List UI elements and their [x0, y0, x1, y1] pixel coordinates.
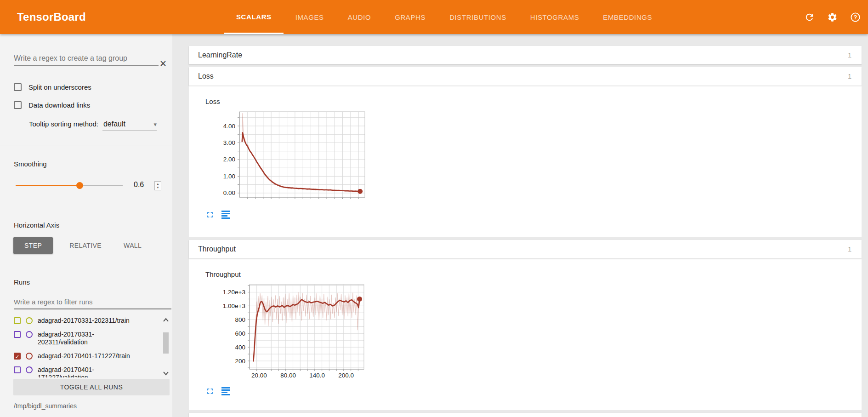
main-panel: LearningRate 1 Loss 1 Loss 0.001.002.003… — [172, 34, 868, 417]
tab-images[interactable]: IMAGES — [284, 0, 336, 34]
run-row[interactable]: ✓ adagrad-20170401-171227/train — [14, 351, 172, 360]
svg-text:200: 200 — [235, 358, 245, 365]
chart-menu-bars-icon[interactable] — [221, 387, 231, 396]
section-header-learningrate[interactable]: LearningRate 1 — [189, 46, 862, 64]
split-underscores-checkbox[interactable] — [14, 83, 22, 91]
data-download-checkbox[interactable] — [14, 101, 22, 109]
svg-text:80.00: 80.00 — [280, 372, 296, 379]
section-count: 1 — [848, 73, 851, 80]
svg-text:1.20e+3: 1.20e+3 — [223, 289, 245, 296]
loss-chart[interactable]: 0.001.002.003.004.00 — [216, 109, 862, 206]
runs-scrollbar[interactable] — [162, 316, 170, 377]
run-checkbox-checked[interactable]: ✓ — [14, 353, 21, 360]
tab-embeddings[interactable]: EMBEDDINGS — [591, 0, 664, 34]
app-header: TensorBoard SCALARS IMAGES AUDIO GRAPHS … — [0, 0, 868, 34]
run-checkbox[interactable] — [14, 331, 21, 338]
run-row-partial[interactable]: adagrad-20170401-171227/validation — [14, 365, 172, 377]
runs-label: Runs — [14, 278, 172, 286]
run-color-circle[interactable] — [26, 331, 33, 338]
svg-text:600: 600 — [235, 330, 245, 337]
run-row[interactable]: adagrad-20170331-202311/validation — [14, 330, 172, 346]
smoothing-value-input[interactable] — [133, 180, 152, 191]
axis-wall-button[interactable]: WALL — [113, 237, 153, 254]
svg-text:3.00: 3.00 — [223, 139, 235, 146]
tab-histograms[interactable]: HISTOGRAMS — [518, 0, 591, 34]
section-content-loss: Loss 0.001.002.003.004.00 — [189, 86, 862, 237]
help-icon[interactable]: ? — [850, 12, 861, 23]
sidebar: ✕ Split on underscores Data download lin… — [0, 34, 172, 417]
svg-text:1.00e+3: 1.00e+3 — [223, 303, 245, 309]
section-title: LearningRate — [198, 51, 242, 59]
run-color-circle[interactable] — [26, 317, 33, 324]
svg-text:20.00: 20.00 — [251, 372, 267, 379]
section-title: Loss — [198, 72, 214, 80]
runs-filter-row — [14, 296, 171, 309]
svg-text:200.0: 200.0 — [338, 372, 354, 379]
data-download-row[interactable]: Data download links — [14, 101, 172, 109]
run-label: adagrad-20170331-202311/train — [38, 317, 130, 325]
section-content-throughput: Throughput 2004006008001.00e+31.20e+320.… — [189, 258, 862, 410]
horizontal-axis-buttons: STEP RELATIVE WALL — [13, 237, 172, 254]
refresh-icon[interactable] — [804, 12, 815, 23]
svg-text:2.00: 2.00 — [223, 156, 235, 163]
chart-toolbar — [205, 210, 862, 219]
divider — [0, 145, 172, 145]
chevron-down-icon: ▾ — [153, 121, 157, 128]
smoothing-label: Smoothing — [14, 160, 172, 168]
run-color-circle[interactable] — [26, 353, 33, 360]
svg-text:4.00: 4.00 — [223, 123, 235, 130]
scroll-up-icon[interactable] — [162, 317, 170, 323]
tooltip-sorting-value: default — [103, 120, 125, 128]
svg-text:140.0: 140.0 — [309, 372, 325, 379]
tag-filter-input[interactable] — [14, 52, 159, 66]
tooltip-sorting-row: Tooltip sorting method: default ▾ — [29, 120, 172, 131]
runs-filter-input[interactable] — [14, 296, 171, 309]
svg-text:0.00: 0.00 — [223, 189, 235, 196]
run-checkbox[interactable] — [14, 366, 21, 373]
runs-list: adagrad-20170331-202311/train adagrad-20… — [0, 316, 172, 377]
data-download-label: Data download links — [28, 101, 90, 109]
stepper-down-icon[interactable]: ▼ — [157, 186, 159, 189]
tab-audio[interactable]: AUDIO — [336, 0, 383, 34]
stepper-up-icon[interactable]: ▲ — [157, 182, 159, 186]
tab-graphs[interactable]: GRAPHS — [383, 0, 437, 34]
throughput-chart[interactable]: 2004006008001.00e+31.20e+320.0080.00140.… — [223, 282, 862, 382]
run-label: adagrad-20170401-171227/train — [38, 352, 130, 360]
section-count: 1 — [848, 246, 851, 253]
run-row[interactable]: adagrad-20170331-202311/train — [14, 316, 172, 325]
section-header-partial[interactable] — [189, 413, 862, 417]
svg-text:400: 400 — [235, 344, 245, 351]
section-header-loss[interactable]: Loss 1 — [189, 67, 862, 86]
run-checkbox[interactable] — [14, 317, 21, 324]
expand-chart-icon[interactable] — [205, 210, 215, 219]
section-count: 1 — [848, 51, 851, 59]
chart-toolbar — [205, 387, 862, 396]
split-underscores-label: Split on underscores — [28, 83, 91, 91]
toggle-all-runs-button[interactable]: TOGGLE ALL RUNS — [13, 379, 170, 395]
tooltip-sorting-label: Tooltip sorting method: — [29, 120, 98, 128]
axis-step-button[interactable]: STEP — [13, 237, 53, 254]
scroll-down-icon[interactable] — [162, 370, 170, 377]
slider-knob[interactable] — [76, 182, 83, 189]
smoothing-stepper[interactable]: ▲ ▼ — [154, 181, 161, 190]
logdir-path: /tmp/bigdl_summaries — [14, 402, 172, 410]
chart-menu-bars-icon[interactable] — [221, 210, 231, 219]
svg-text:?: ? — [854, 14, 857, 20]
tooltip-sorting-dropdown[interactable]: default ▾ — [102, 120, 157, 131]
expand-chart-icon[interactable] — [205, 387, 215, 396]
split-underscores-row[interactable]: Split on underscores — [14, 83, 172, 91]
scrollbar-thumb[interactable] — [163, 332, 169, 354]
axis-relative-button[interactable]: RELATIVE — [58, 237, 113, 254]
tab-scalars[interactable]: SCALARS — [224, 0, 284, 34]
smoothing-slider[interactable] — [16, 182, 123, 189]
settings-gear-icon[interactable] — [827, 12, 838, 23]
run-label: adagrad-20170331-202311/validation — [38, 331, 135, 346]
run-color-circle[interactable] — [26, 366, 33, 373]
smoothing-row: ▲ ▼ — [16, 180, 161, 191]
divider — [0, 266, 172, 266]
section-header-throughput[interactable]: Throughput 1 — [189, 240, 862, 258]
tab-distributions[interactable]: DISTRIBUTIONS — [437, 0, 518, 34]
header-icons: ? — [804, 0, 861, 34]
svg-text:800: 800 — [235, 316, 245, 323]
close-icon[interactable]: ✕ — [158, 59, 168, 69]
